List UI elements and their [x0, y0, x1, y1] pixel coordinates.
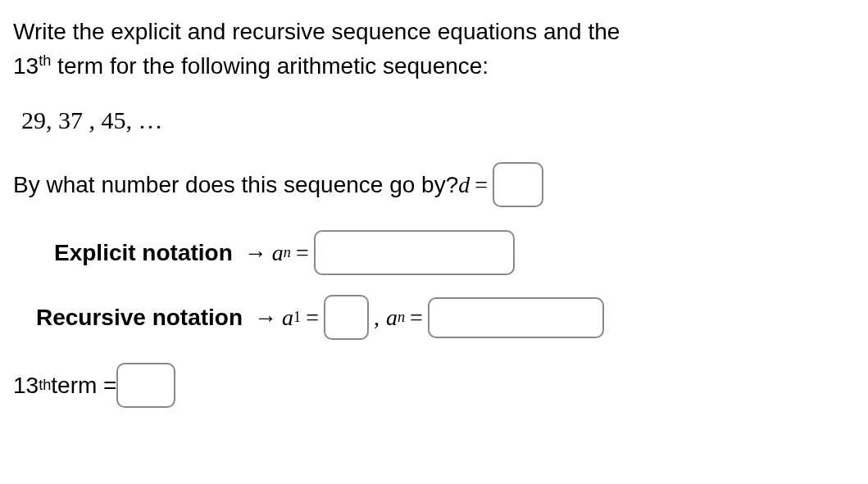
sub-1: 1 [293, 309, 301, 326]
sub-n-explicit: n [284, 244, 291, 261]
prompt-13: 13 [13, 53, 39, 79]
equals-a1: = [306, 305, 319, 331]
a-var-explicit: a [272, 240, 284, 266]
equals-sign: = [475, 172, 488, 198]
term-13: 13 [13, 373, 39, 399]
d-variable: d [458, 172, 470, 198]
recursive-notation-row: Recursive notation → a1 = , an = [36, 295, 855, 340]
a1-input[interactable] [324, 295, 369, 340]
a-var-an: a [386, 305, 398, 331]
equals-an: = [410, 305, 423, 331]
question-d-text: By what number does this sequence go by? [13, 172, 458, 198]
equals-explicit: = [296, 240, 309, 266]
question-d-row: By what number does this sequence go by?… [13, 162, 855, 207]
a-var-a1: a [282, 305, 293, 331]
an-input[interactable] [428, 297, 604, 338]
explicit-label: Explicit notation [54, 240, 233, 266]
explicit-notation-row: Explicit notation → an = [54, 230, 855, 275]
thirteenth-term-row: 13th term = [13, 363, 855, 408]
problem-prompt: Write the explicit and recursive sequenc… [13, 15, 855, 84]
recursive-label: Recursive notation [36, 305, 243, 331]
term-th-sup: th [39, 377, 51, 394]
sub-n-recursive: n [398, 309, 405, 326]
arrow-icon-2: → [254, 305, 277, 331]
sequence-values: 29, 37 , 45, … [21, 106, 855, 134]
arrow-icon: → [244, 240, 267, 266]
term-label: term = [51, 373, 116, 399]
prompt-line2: term for the following arithmetic sequen… [51, 53, 489, 79]
prompt-line1: Write the explicit and recursive sequenc… [13, 19, 620, 44]
d-input[interactable] [493, 162, 543, 207]
comma: , [374, 305, 379, 331]
term-input[interactable] [116, 363, 175, 408]
prompt-th-sup: th [39, 52, 51, 69]
explicit-input[interactable] [314, 230, 515, 275]
